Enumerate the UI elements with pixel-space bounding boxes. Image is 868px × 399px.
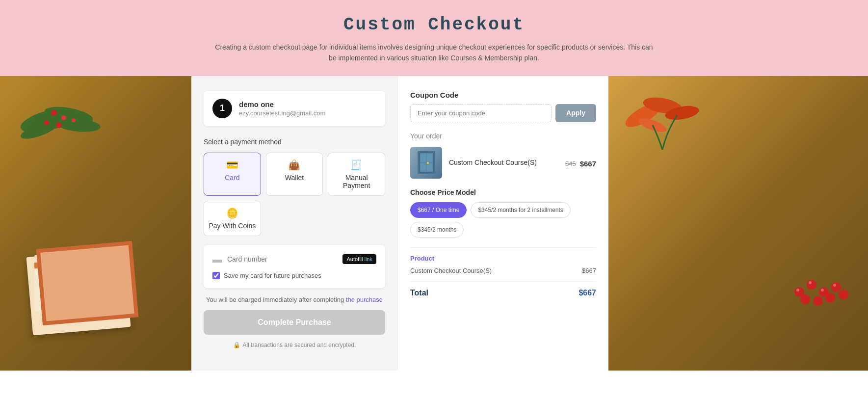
plant-decor-right [613,76,711,150]
gift-box-decoration [25,238,113,312]
security-text: All transactions are secured and encrypt… [243,342,356,348]
coins-icon: 🪙 [226,207,238,219]
breakdown-label: Product [410,255,596,262]
card-field-icon: ▬ [212,254,222,265]
product-prices: $45 $667 [565,160,596,168]
product-image-door [417,150,436,175]
payment-method-coins[interactable]: 🪙 Pay With Coins [204,201,261,236]
purchase-link[interactable]: the purchase [346,296,383,303]
svg-point-32 [813,296,823,306]
price-option-one-time[interactable]: $667 / One time [410,202,467,218]
card-form: ▬ Autofill link Save my card for future … [204,245,385,288]
price-option-monthly[interactable]: $345/2 months [410,222,464,238]
svg-rect-18 [421,154,426,162]
svg-point-4 [51,110,57,116]
card-number-row: ▬ Autofill link [212,254,376,265]
checkout-panel: 1 demo one ezy.coursetest.ing@gmail.com … [191,76,397,371]
user-email: ezy.coursetest.ing@gmail.com [239,109,325,117]
main-layout: 1 demo one ezy.coursetest.ing@gmail.com … [0,76,868,371]
svg-point-22 [427,162,429,164]
header-description: Creating a custom checkout page for indi… [213,42,655,64]
svg-point-5 [61,115,66,120]
order-panel: Coupon Code Apply Your order [397,76,608,371]
svg-point-28 [807,280,816,290]
bg-right-decoration [608,76,868,371]
svg-point-36 [809,281,812,284]
page-title: Custom Checkout [10,15,858,35]
coins-row: 🪙 Pay With Coins [204,201,385,236]
pine-decor-left [10,91,108,150]
payment-method-card[interactable]: 💳 Card [204,153,261,196]
payment-method-manual[interactable]: 🧾 Manual Payment [328,153,385,196]
autofill-link: link [364,256,372,262]
product-thumbnail [410,147,442,179]
card-number-input[interactable] [227,255,338,263]
save-card-checkbox[interactable] [212,272,220,279]
price-options: $667 / One time $345/2 months for 2 inst… [410,202,596,238]
payment-method-wallet[interactable]: 👜 Wallet [266,153,323,196]
svg-point-6 [44,120,49,125]
original-price: $45 [565,160,576,167]
payment-section-label: Select a payment method [204,138,385,146]
svg-rect-9 [34,263,103,312]
berry-decor-right [785,263,858,321]
wallet-icon: 👜 [288,159,300,171]
user-name: demo one [239,100,325,108]
coupon-section: Coupon Code Apply [410,91,596,122]
complete-purchase-button[interactable]: Complete Purchase [204,310,385,335]
svg-rect-10 [34,255,103,267]
your-order-label: Your order [410,132,596,140]
coupon-row: Apply [410,104,596,122]
coins-label: Pay With Coins [209,222,256,230]
total-divider [410,281,596,282]
total-label: Total [410,289,428,297]
svg-point-13 [55,249,81,265]
svg-rect-19 [427,154,432,162]
wallet-label: Wallet [285,174,304,182]
svg-point-31 [800,294,810,304]
autofill-badge[interactable]: Autofill link [342,254,376,264]
svg-rect-11 [61,255,76,312]
price-option-installments[interactable]: $345/2 months for 2 installments [471,202,570,218]
security-note: 🔒 All transactions are secured and encry… [204,342,385,348]
product-name: Custom Checkout Course(S) [449,159,558,166]
current-price: $667 [580,160,596,168]
header-banner: Custom Checkout Creating a custom checko… [0,0,868,76]
breakdown-price: $667 [582,267,596,274]
svg-point-30 [831,282,841,292]
user-info-card: 1 demo one ezy.coursetest.ing@gmail.com [204,91,385,126]
user-details: demo one ezy.coursetest.ing@gmail.com [239,100,325,117]
svg-point-38 [833,284,836,287]
product-info: Custom Checkout Course(S) [449,159,558,166]
coupon-input[interactable] [410,104,552,122]
card-icon: 💳 [226,159,238,171]
price-model-label: Choose Price Model [410,188,596,196]
charge-notice: You will be charged immediately after co… [204,296,385,303]
order-divider [410,247,596,248]
svg-point-37 [821,289,824,292]
lock-icon: 🔒 [233,342,240,348]
payment-methods-grid: 💳 Card 👜 Wallet 🧾 Manual Payment [204,153,385,196]
svg-point-14 [55,249,81,265]
apply-button[interactable]: Apply [555,104,596,122]
autofill-label: Autofill [346,256,363,262]
svg-point-15 [65,253,73,261]
manual-label: Manual Payment [332,174,381,189]
save-card-row: Save my card for future purchases [212,272,376,279]
coupon-label: Coupon Code [410,91,596,99]
avatar: 1 [212,99,232,118]
svg-rect-21 [427,163,432,171]
save-card-label: Save my card for future purchases [224,272,321,279]
svg-point-33 [825,293,835,303]
bg-left-decoration [0,76,191,371]
card-label: Card [225,174,239,182]
svg-point-35 [796,289,799,292]
svg-point-34 [839,290,848,299]
svg-point-7 [72,118,76,122]
svg-rect-20 [421,163,426,171]
manual-icon: 🧾 [350,159,363,171]
breakdown-row: Custom Checkout Course(S) $667 [410,267,596,274]
breakdown-product-name: Custom Checkout Course(S) [410,267,492,274]
product-thumb-inner [410,147,442,179]
svg-point-8 [56,122,62,128]
